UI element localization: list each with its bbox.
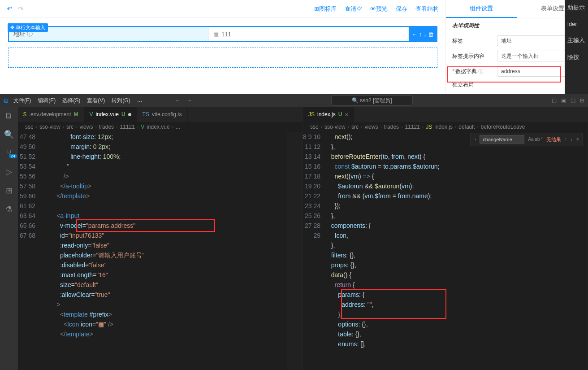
tab-vite-config[interactable]: TSvite.config.ts [137, 107, 188, 122]
form-cell-two[interactable]: ▦ 111 [209, 27, 409, 41]
right-dark-strip: 助提示 lder 主输入 除按 [565, 0, 588, 94]
layout-icon[interactable]: ▣ [561, 97, 566, 104]
tab-index-vue[interactable]: Vindex.vue U [84, 107, 137, 122]
breadcrumb-right[interactable]: sso› sso-view› src› views› trades› 11121… [303, 122, 588, 132]
workarea: 🗎 🔍 ⑂ 24 ▷ ⊞ ⚗ $.env.development M Vinde… [0, 107, 588, 370]
extensions-icon[interactable]: ⊞ [6, 186, 13, 196]
view-structure-button[interactable]: 查看结构 [415, 5, 439, 13]
vscode-window: ⧉ 文件(F) 编辑(E) 选择(S) 查看(V) 转到(G) … ← → 🔍 … [0, 94, 588, 370]
strip-text: 助提示 [567, 4, 585, 12]
prop-dict-text: *数据字典 ⓘ [452, 68, 493, 75]
menu-goto[interactable]: 转到(G) [109, 96, 133, 106]
editor-pane-left: $.env.development M Vindex.vue U TSvite.… [18, 107, 303, 370]
tabs-right: JSindex.js U × [303, 107, 588, 122]
layout-icon[interactable]: ◫ [571, 97, 575, 104]
clear-button[interactable]: 🗑清空 [345, 5, 362, 13]
layout-icon[interactable]: ▢ [552, 97, 557, 104]
breadcrumb-left[interactable]: sso› sso-view› src› views› trades› 11121… [18, 122, 303, 132]
strip-text: 除按 [567, 53, 585, 61]
icon-library-button[interactable]: ⊞图标库 [314, 5, 337, 13]
gutter: 8 9 10 11 12 13 14 15 16 17 18 19 20 21 … [303, 132, 328, 370]
titlebar: ⧉ 文件(F) 编辑(E) 选择(S) 查看(V) 转到(G) … ← → 🔍 … [0, 94, 588, 107]
redo-icon[interactable]: ↷ [18, 5, 24, 13]
strip-text: lder [567, 21, 585, 27]
debug-icon[interactable]: ▷ [6, 167, 12, 177]
modified-dot-icon [128, 113, 131, 116]
field-icon: ▦ [213, 31, 219, 38]
menu-bar: 文件(F) 编辑(E) 选择(S) 查看(V) 转到(G) … [11, 96, 145, 106]
save-button[interactable]: 保存 [396, 5, 407, 13]
layout-icons: ▢ ▣ ◫ ⊟ [552, 97, 584, 104]
drop-zone[interactable] [8, 48, 437, 68]
nav-arrows: ← → [175, 97, 192, 104]
editor-pane-right: JSindex.js U × sso› sso-view› src› views… [303, 107, 588, 370]
menu-more[interactable]: … [134, 96, 145, 106]
info-icon: ⓘ [478, 69, 483, 74]
nav-forward-icon[interactable]: → [187, 97, 192, 104]
cell-label: 111 [221, 31, 231, 38]
code-content-left[interactable]: font-size: 12px; margin: 0 2px; line-hei… [43, 132, 303, 370]
code-content-right[interactable]: next(); }, beforeRouteEnter(to, from, ne… [328, 132, 588, 370]
preview-button[interactable]: 👁预览 [370, 5, 388, 13]
vscode-icon: ⧉ [4, 97, 8, 104]
tab-env[interactable]: $.env.development M [18, 107, 84, 122]
strip-text: 主输入 [567, 36, 585, 44]
code-area-left[interactable]: 47 48 49 50 51 52 53 54 55 56 57 58 59 6… [18, 132, 303, 370]
tabs-left: $.env.development M Vindex.vue U TSvite.… [18, 107, 303, 122]
section-title: 衣半坝周性 [452, 22, 479, 30]
nav-back-icon[interactable]: ← [175, 97, 180, 104]
explorer-icon[interactable]: 🗎 [5, 111, 13, 121]
menu-select[interactable]: 选择(S) [60, 96, 83, 106]
menu-edit[interactable]: 编辑(E) [35, 96, 58, 106]
design-main: ↶ ↷ ⊞图标库 🗑清空 👁预览 保存 查看结构 ✥ 单行文本输入 地址 ⓘ ▦ [0, 0, 445, 94]
component-type-badge: ✥ 单行文本输入 [8, 23, 48, 32]
search-box[interactable]: 🔍 sso2 [管理员] [331, 96, 413, 106]
menu-file[interactable]: 文件(F) [11, 96, 34, 106]
search-icon[interactable]: 🔍 [4, 130, 14, 139]
activity-bar: 🗎 🔍 ⑂ 24 ▷ ⊞ ⚗ [0, 107, 18, 370]
tab-index-js[interactable]: JSindex.js U × [303, 107, 354, 122]
code-area-right[interactable]: › Aa ab * 无结果 ↑ ↓ ≡ 8 9 10 11 12 13 14 1… [303, 132, 588, 370]
layout-icon[interactable]: ⊟ [580, 97, 584, 104]
editors: $.env.development M Vindex.vue U TSvite.… [18, 107, 588, 370]
undo-icon[interactable]: ↶ [7, 5, 13, 13]
minimap[interactable] [287, 132, 303, 370]
row-actions[interactable]: ← ↑ ↓ 🗑 [409, 27, 437, 41]
prop-indep-text: 独立布局 [452, 81, 493, 89]
prop-label-text: 标签 [452, 37, 493, 45]
gutter: 47 48 49 50 51 52 53 54 55 56 57 58 59 6… [18, 132, 43, 370]
scm-badge: 24 [9, 154, 17, 158]
form-row-selected[interactable]: ✥ 单行文本输入 地址 ⓘ ▦ 111 ← ↑ ↓ 🗑 [8, 26, 437, 42]
menu-view[interactable]: 查看(V) [84, 96, 108, 106]
test-icon[interactable]: ⚗ [5, 205, 13, 214]
title-search[interactable]: 🔍 sso2 [管理员] [195, 96, 549, 106]
design-toolbar: ↶ ↷ ⊞图标库 🗑清空 👁预览 保存 查看结构 [0, 0, 445, 18]
design-canvas[interactable]: ✥ 单行文本输入 地址 ⓘ ▦ 111 ← ↑ ↓ 🗑 [0, 18, 445, 94]
form-designer: ↶ ↷ ⊞图标库 🗑清空 👁预览 保存 查看结构 ✥ 单行文本输入 地址 ⓘ ▦ [0, 0, 588, 94]
tab-component-settings[interactable]: 组件设置 [446, 0, 517, 18]
prop-hint-text: 标签提示内容 [452, 52, 493, 60]
close-icon[interactable]: × [345, 111, 348, 118]
